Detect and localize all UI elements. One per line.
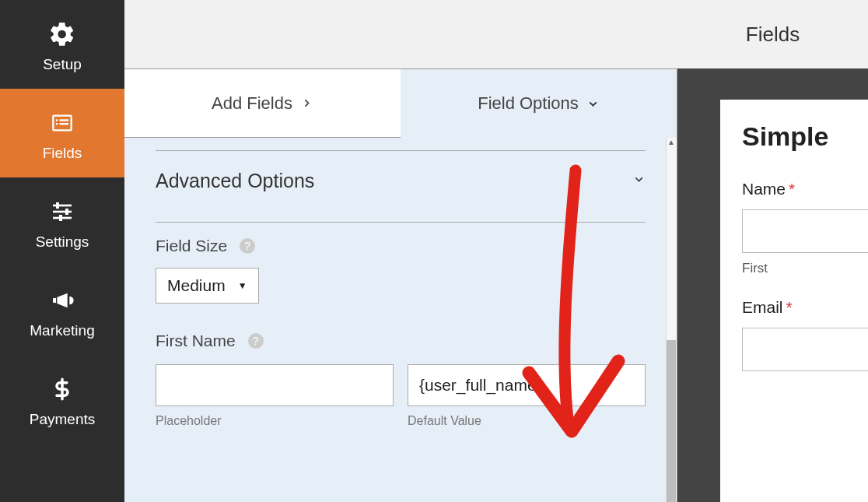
panel-tabs: Add Fields Field Options — [124, 69, 677, 138]
scrollbar[interactable]: ▲ — [666, 138, 677, 502]
required-mark: * — [789, 180, 795, 198]
help-icon[interactable]: ? — [240, 238, 255, 254]
top-spacer — [124, 0, 677, 68]
sidebar-item-marketing[interactable]: Marketing — [0, 266, 124, 355]
email-input-preview[interactable] — [742, 328, 868, 371]
svg-rect-8 — [56, 202, 59, 209]
chevron-down-icon — [586, 97, 600, 111]
field-size-row: Field Size ? Medium ▼ — [156, 237, 646, 304]
form-title: Simple — [742, 121, 868, 152]
preview-panel: Fields Simple Name* First Email* — [677, 0, 868, 502]
required-mark: * — [786, 298, 793, 316]
sidebar: Setup Fields Settings Marketing Payments — [0, 0, 124, 502]
svg-rect-1 — [56, 119, 58, 121]
help-icon[interactable]: ? — [248, 333, 264, 349]
tab-add-fields[interactable]: Add Fields — [124, 69, 401, 138]
list-icon — [47, 107, 78, 139]
bullhorn-icon — [47, 285, 78, 316]
placeholder-sublabel: Placeholder — [156, 414, 394, 428]
advanced-options-toggle[interactable]: Advanced Options — [156, 151, 646, 209]
tab-label: Add Fields — [212, 93, 292, 114]
first-name-placeholder-input[interactable] — [156, 364, 394, 406]
select-value: Medium — [167, 276, 226, 295]
sidebar-item-settings[interactable]: Settings — [0, 177, 124, 266]
tab-field-options[interactable]: Field Options — [401, 69, 677, 138]
first-name-label: First Name — [156, 332, 236, 350]
chevron-down-icon — [632, 173, 646, 189]
svg-rect-10 — [59, 215, 62, 221]
email-label: Email — [742, 298, 783, 316]
caret-down-icon: ▼ — [238, 280, 247, 291]
field-size-select[interactable]: Medium ▼ — [156, 268, 259, 304]
chevron-right-icon — [300, 97, 313, 110]
field-size-label: Field Size — [156, 237, 227, 255]
scroll-thumb[interactable] — [667, 340, 676, 502]
sliders-icon — [47, 196, 78, 227]
preview-body: Simple Name* First Email* — [677, 68, 868, 502]
default-value-sublabel: Default Value — [408, 414, 646, 428]
svg-rect-3 — [56, 123, 58, 125]
dollar-icon — [47, 374, 78, 405]
svg-rect-6 — [53, 211, 72, 213]
sidebar-item-payments[interactable]: Payments — [0, 355, 124, 444]
preview-header: Fields — [677, 0, 868, 68]
sidebar-item-label: Settings — [36, 233, 89, 251]
svg-rect-5 — [53, 205, 72, 207]
form-canvas: Simple Name* First Email* — [720, 100, 868, 502]
tab-label: Field Options — [478, 93, 579, 114]
name-label: Name — [742, 180, 786, 198]
name-sublabel: First — [742, 261, 868, 276]
options-panel: Add Fields Field Options Advanced Option… — [124, 68, 677, 502]
svg-rect-9 — [65, 209, 68, 215]
preview-email-field[interactable]: Email* — [742, 298, 868, 371]
preview-name-field[interactable]: Name* First — [742, 180, 868, 276]
sidebar-item-setup[interactable]: Setup — [0, 0, 124, 89]
gear-icon — [47, 19, 78, 50]
section-title: Advanced Options — [156, 170, 314, 192]
first-name-default-input[interactable] — [408, 364, 646, 406]
sidebar-item-label: Payments — [30, 411, 95, 428]
main-panel: Add Fields Field Options Advanced Option… — [124, 0, 677, 502]
sidebar-item-fields[interactable]: Fields — [0, 89, 124, 177]
svg-rect-4 — [60, 123, 69, 125]
svg-rect-2 — [60, 119, 69, 121]
sidebar-item-label: Setup — [43, 56, 82, 73]
first-name-row: First Name ? Placeholder Default Value — [156, 332, 646, 428]
sidebar-item-label: Marketing — [30, 322, 94, 339]
sidebar-item-label: Fields — [43, 145, 82, 162]
scroll-up-icon: ▲ — [667, 138, 675, 146]
name-input-preview[interactable] — [742, 209, 868, 253]
